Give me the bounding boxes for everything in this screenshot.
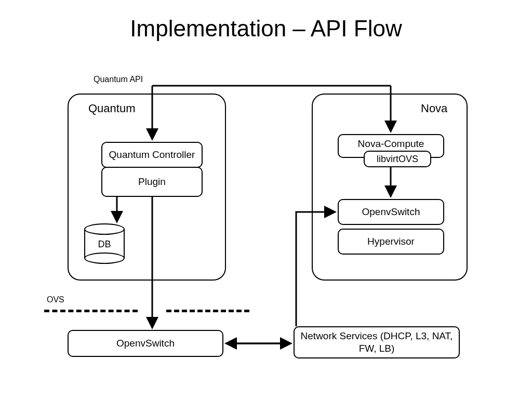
bottom-openvswitch-box: OpenvSwitch (68, 330, 223, 357)
nova-hypervisor-box: Hypervisor (338, 229, 444, 255)
libvirtovs-box: libvirtOVS (364, 151, 431, 167)
diagram-stage: Implementation – API Flow Quantum API Qu… (0, 0, 532, 399)
network-services-box: Network Services (DHCP, L3, NAT, FW, LB) (294, 326, 460, 358)
ovs-divider-right (166, 310, 249, 312)
ovs-label: OVS (47, 295, 64, 304)
nova-title: Nova (421, 102, 447, 115)
quantum-plugin-box: Plugin (101, 167, 203, 197)
db-label: DB (84, 239, 125, 250)
db-cylinder: DB (84, 223, 125, 264)
quantum-title: Quantum (88, 102, 136, 115)
page-title: Implementation – API Flow (0, 16, 532, 42)
quantum-api-label: Quantum API (94, 75, 143, 84)
quantum-controller-box: Quantum Controller (101, 142, 203, 168)
ovs-divider-left (44, 310, 138, 312)
nova-openvswitch-box: OpenvSwitch (338, 199, 444, 225)
